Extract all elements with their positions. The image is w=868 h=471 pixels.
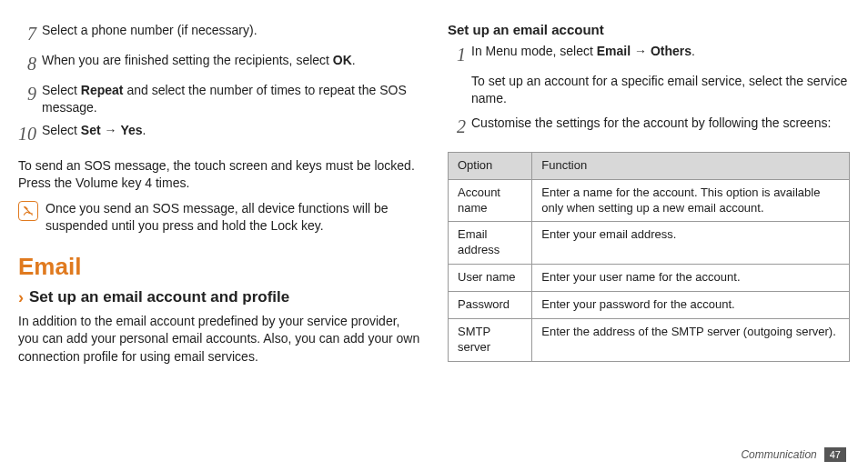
cell-function: Enter the address of the SMTP server (ou…: [532, 319, 850, 362]
table-row: Account name Enter a name for the accoun…: [449, 179, 850, 222]
heading-email: Email: [18, 253, 420, 281]
step-body: Select Repeat and select the number of t…: [42, 82, 420, 116]
table-row: User name Enter your user name for the a…: [449, 265, 850, 292]
right-steps: 1 In Menu mode, select Email → Others.: [448, 43, 850, 73]
chevron-icon: ›: [18, 288, 24, 307]
step-number: 10: [18, 122, 42, 146]
step-7: 7 Select a phone number (if necessary).: [18, 22, 420, 46]
setup-profile-body: In addition to the email account predefi…: [18, 313, 420, 366]
note-block: Once you send an SOS message, all device…: [18, 200, 420, 235]
th-function: Function: [532, 152, 850, 179]
step-body: Select a phone number (if necessary).: [42, 22, 420, 46]
note-icon: [18, 201, 38, 221]
right-column: Set up an email account 1 In Menu mode, …: [448, 22, 850, 464]
heading-text: Set up an email account and profile: [29, 288, 289, 306]
cell-option: Account name: [449, 179, 532, 222]
table-header-row: Option Function: [449, 152, 850, 179]
page-footer: Communication 47: [741, 447, 846, 462]
left-steps: 7 Select a phone number (if necessary). …: [18, 22, 420, 152]
right-steps-2: 2 Customise the settings for the account…: [448, 115, 850, 145]
step-r1: 1 In Menu mode, select Email → Others.: [448, 43, 850, 67]
cell-option: User name: [449, 265, 532, 292]
page: 7 Select a phone number (if necessary). …: [0, 0, 868, 471]
step-body: When you are finished setting the recipi…: [42, 52, 420, 76]
step-number: 7: [18, 22, 42, 46]
cell-function: Enter your password for the account.: [532, 292, 850, 319]
table-body: Account name Enter a name for the accoun…: [449, 179, 850, 361]
step-body: Select Set → Yes.: [42, 122, 420, 146]
step-r1-sub: To set up an account for a specific emai…: [448, 73, 850, 107]
step-number: 9: [18, 82, 42, 116]
step-r2: 2 Customise the settings for the account…: [448, 115, 850, 139]
heading-setup-profile: › Set up an email account and profile: [18, 288, 420, 307]
step-8: 8 When you are finished setting the reci…: [18, 52, 420, 76]
options-table: Option Function Account name Enter a nam…: [448, 152, 850, 362]
table-row: Password Enter your password for the acc…: [449, 292, 850, 319]
step-body: In Menu mode, select Email → Others.: [471, 43, 850, 67]
left-column: 7 Select a phone number (if necessary). …: [18, 22, 420, 464]
step-number: 1: [448, 43, 471, 67]
th-option: Option: [449, 152, 532, 179]
note-text: Once you send an SOS message, all device…: [45, 200, 420, 235]
heading-setup-account: Set up an email account: [448, 22, 850, 37]
cell-option: Email address: [449, 222, 532, 265]
cell-function: Enter your user name for the account.: [532, 265, 850, 292]
step-number: 8: [18, 52, 42, 76]
footer-section: Communication: [741, 448, 816, 461]
cell-option: SMTP server: [449, 319, 532, 362]
sos-paragraph: To send an SOS message, the touch screen…: [18, 157, 420, 193]
table-row: SMTP server Enter the address of the SMT…: [449, 319, 850, 362]
table-row: Email address Enter your email address.: [449, 222, 850, 265]
step-9: 9 Select Repeat and select the number of…: [18, 82, 420, 116]
footer-page-number: 47: [824, 447, 846, 462]
cell-function: Enter a name for the account. This optio…: [532, 179, 850, 222]
step-body: Customise the settings for the account b…: [471, 115, 850, 139]
cell-function: Enter your email address.: [532, 222, 850, 265]
cell-option: Password: [449, 292, 532, 319]
step-10: 10 Select Set → Yes.: [18, 122, 420, 146]
step-number: 2: [448, 115, 471, 139]
